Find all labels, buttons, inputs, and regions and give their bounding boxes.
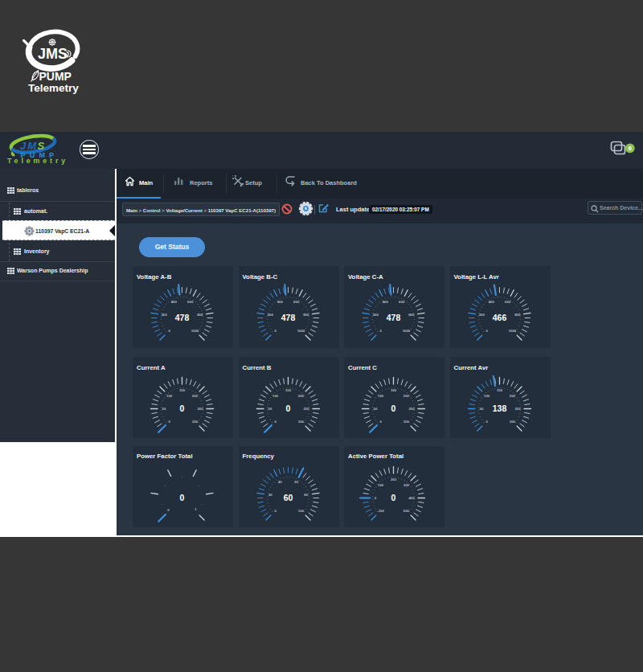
svg-text:100: 100 bbox=[378, 394, 384, 398]
svg-text:478: 478 bbox=[281, 313, 295, 322]
svg-text:0: 0 bbox=[180, 404, 185, 413]
svg-text:0: 0 bbox=[485, 420, 488, 424]
svg-text:0: 0 bbox=[168, 329, 170, 333]
svg-text:800: 800 bbox=[303, 313, 309, 317]
svg-text:150: 150 bbox=[391, 388, 397, 392]
svg-text:1000: 1000 bbox=[297, 329, 305, 333]
svg-text:1000: 1000 bbox=[508, 329, 516, 333]
svg-text:50: 50 bbox=[162, 407, 166, 411]
svg-text:800: 800 bbox=[514, 313, 521, 317]
svg-text:1000: 1000 bbox=[403, 329, 411, 333]
svg-text:0: 0 bbox=[379, 420, 382, 424]
svg-text:0: 0 bbox=[379, 329, 382, 333]
svg-text:600: 600 bbox=[187, 300, 194, 304]
svg-text:200: 200 bbox=[509, 394, 515, 398]
svg-text:400: 400 bbox=[171, 300, 178, 304]
svg-text:50: 50 bbox=[479, 407, 483, 411]
svg-text:100: 100 bbox=[272, 394, 279, 398]
svg-text:0: 0 bbox=[375, 495, 377, 499]
svg-text:1: 1 bbox=[195, 507, 197, 511]
svg-text:300: 300 bbox=[192, 420, 199, 424]
svg-text:200: 200 bbox=[267, 313, 273, 317]
svg-text:0: 0 bbox=[167, 508, 170, 512]
svg-text:300: 300 bbox=[509, 420, 515, 424]
svg-text:50: 50 bbox=[268, 407, 272, 411]
svg-text:0: 0 bbox=[274, 420, 276, 424]
svg-text:200: 200 bbox=[162, 313, 168, 317]
svg-text:800: 800 bbox=[197, 313, 203, 317]
svg-text:0: 0 bbox=[285, 404, 290, 413]
svg-text:20: 20 bbox=[268, 493, 272, 497]
svg-text:0: 0 bbox=[168, 420, 170, 424]
svg-text:0: 0 bbox=[274, 508, 276, 512]
svg-text:60: 60 bbox=[294, 479, 298, 483]
svg-text:0: 0 bbox=[391, 493, 396, 502]
svg-text:60: 60 bbox=[283, 493, 293, 502]
svg-text:0: 0 bbox=[391, 404, 396, 413]
svg-text:400: 400 bbox=[488, 300, 494, 304]
svg-text:600: 600 bbox=[293, 300, 300, 304]
svg-text:100: 100 bbox=[378, 482, 384, 486]
svg-text:800: 800 bbox=[408, 313, 415, 317]
svg-text:500: 500 bbox=[403, 508, 410, 512]
svg-text:138: 138 bbox=[492, 404, 506, 413]
svg-text:0: 0 bbox=[485, 329, 488, 333]
svg-text:300: 300 bbox=[297, 420, 304, 424]
svg-text:100: 100 bbox=[297, 508, 304, 512]
svg-text:300: 300 bbox=[403, 420, 410, 424]
svg-text:0: 0 bbox=[180, 493, 185, 502]
svg-text:400: 400 bbox=[383, 300, 389, 304]
svg-text:100: 100 bbox=[166, 394, 173, 398]
svg-text:250: 250 bbox=[514, 407, 521, 411]
svg-text:200: 200 bbox=[403, 394, 410, 398]
svg-text:-100: -100 bbox=[377, 508, 384, 512]
svg-text:250: 250 bbox=[303, 407, 309, 411]
svg-text:400: 400 bbox=[408, 495, 415, 499]
svg-text:600: 600 bbox=[399, 300, 405, 304]
svg-text:150: 150 bbox=[496, 388, 502, 392]
svg-text:200: 200 bbox=[391, 477, 397, 481]
svg-text:466: 466 bbox=[492, 313, 506, 322]
svg-text:200: 200 bbox=[478, 313, 485, 317]
svg-text:200: 200 bbox=[373, 313, 379, 317]
svg-text:80: 80 bbox=[304, 493, 308, 497]
svg-text:100: 100 bbox=[484, 394, 490, 398]
svg-text:1000: 1000 bbox=[191, 329, 199, 333]
svg-text:300: 300 bbox=[403, 482, 410, 486]
svg-text:150: 150 bbox=[285, 388, 291, 392]
svg-text:478: 478 bbox=[175, 313, 190, 322]
svg-text:40: 40 bbox=[277, 479, 281, 483]
svg-text:250: 250 bbox=[408, 407, 415, 411]
svg-text:200: 200 bbox=[297, 394, 304, 398]
svg-text:50: 50 bbox=[374, 407, 378, 411]
svg-text:400: 400 bbox=[276, 300, 283, 304]
svg-text:250: 250 bbox=[197, 407, 203, 411]
svg-text:600: 600 bbox=[505, 300, 511, 304]
svg-text:0: 0 bbox=[274, 329, 276, 333]
svg-text:478: 478 bbox=[387, 313, 401, 322]
svg-text:150: 150 bbox=[179, 388, 186, 392]
svg-text:200: 200 bbox=[192, 394, 199, 398]
